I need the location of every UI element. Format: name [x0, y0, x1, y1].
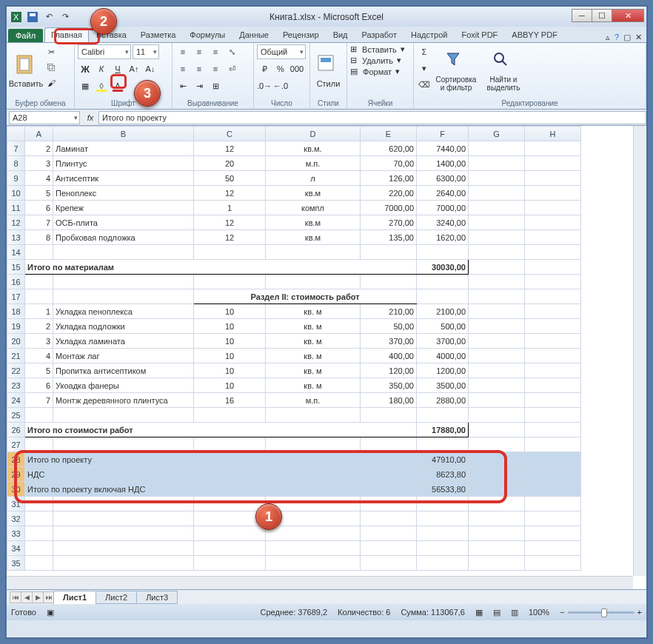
row-header[interactable]: 35	[7, 556, 25, 571]
formula-input[interactable]: Итого по проекту	[98, 111, 646, 124]
tab-вид[interactable]: Вид	[326, 27, 355, 42]
row-header[interactable]: 21	[7, 349, 25, 363]
row-header[interactable]: 34	[7, 541, 25, 556]
sort-filter-button[interactable]: Сортировка и фильтр	[433, 44, 479, 98]
row-header[interactable]: 26	[7, 423, 25, 437]
row-header[interactable]: 16	[7, 275, 25, 289]
table-row[interactable]: 138Пробковая подложка12кв.м135,001620,00	[7, 230, 581, 245]
align-top-icon[interactable]: ≡	[175, 44, 190, 59]
row-header[interactable]: 11	[7, 201, 25, 215]
col-header-C[interactable]: C	[194, 127, 266, 141]
close-button[interactable]: ✕	[612, 9, 644, 22]
sheet-nav[interactable]: ⏮◀▶⏭	[10, 591, 54, 603]
find-select-button[interactable]: Найти и выделить	[480, 44, 526, 98]
view-layout-icon[interactable]: ▤	[493, 608, 500, 617]
maximize-button[interactable]: ☐	[592, 9, 612, 22]
font-color-icon[interactable]: A	[110, 78, 125, 93]
table-row[interactable]: 33	[7, 526, 581, 541]
table-row[interactable]: 35	[7, 556, 581, 571]
border-icon[interactable]: ▦	[78, 78, 93, 93]
table-row[interactable]: 17Раздел II: стоимость работ	[7, 289, 581, 304]
table-row[interactable]: 105Пеноплекс12кв.м220,002640,00	[7, 186, 581, 201]
fx-icon[interactable]: fx	[82, 113, 98, 122]
decrease-indent-icon[interactable]: ⇤	[175, 78, 190, 93]
fill-color-icon[interactable]: ◊	[94, 78, 109, 93]
table-row[interactable]: 14	[7, 245, 581, 260]
table-row[interactable]: 181Укладка пеноплекса10кв. м210,002100,0…	[7, 304, 581, 319]
view-pagebreak-icon[interactable]: ▥	[511, 608, 518, 617]
select-all[interactable]	[7, 127, 25, 141]
align-center-icon[interactable]: ≡	[192, 61, 207, 76]
decrease-decimal-icon[interactable]: ←.0	[273, 78, 288, 93]
row-header[interactable]: 7	[7, 141, 25, 156]
table-row[interactable]: 247Монтж деревянного плинтуса16м.п.180,0…	[7, 393, 581, 408]
row-header[interactable]: 23	[7, 378, 25, 393]
col-header-D[interactable]: D	[266, 127, 361, 141]
tab-разработ[interactable]: Разработ	[355, 27, 403, 42]
table-row[interactable]: 30Итого по проекту включая НДС56533,80	[7, 482, 581, 497]
italic-button[interactable]: К	[94, 61, 109, 76]
font-size-combo[interactable]: 11	[133, 44, 159, 59]
grow-font-icon[interactable]: A↑	[127, 61, 141, 76]
macro-record-icon[interactable]: ▣	[47, 608, 54, 617]
tab-разметка[interactable]: Разметка	[134, 27, 183, 42]
table-row[interactable]: 203Укладка ламината10кв. м370,003700,00	[7, 334, 581, 349]
window-restore-icon[interactable]: ▢	[623, 33, 631, 42]
sheet-tab-Лист2[interactable]: Лист2	[96, 591, 137, 604]
vertical-scrollbar[interactable]	[633, 126, 646, 576]
row-header[interactable]: 24	[7, 393, 25, 408]
table-row[interactable]: 127ОСБ-плита12кв.м270,003240,00	[7, 215, 581, 230]
cells-format-button[interactable]: ▤ Формат ▾	[350, 67, 410, 76]
tab-надстрой[interactable]: Надстрой	[404, 27, 454, 42]
row-header[interactable]: 17	[7, 289, 25, 304]
currency-icon[interactable]: ₽	[257, 61, 272, 76]
align-middle-icon[interactable]: ≡	[192, 44, 207, 59]
percent-icon[interactable]: %	[273, 61, 288, 76]
row-header[interactable]: 14	[7, 245, 25, 260]
table-row[interactable]: 29НДС8623,80	[7, 467, 581, 482]
row-header[interactable]: 20	[7, 334, 25, 349]
minimize-button[interactable]: ─	[572, 9, 592, 22]
cut-icon[interactable]: ✂	[44, 44, 58, 59]
sheet-tab-Лист3[interactable]: Лист3	[136, 591, 178, 604]
row-header[interactable]: 19	[7, 319, 25, 334]
row-header[interactable]: 9	[7, 171, 25, 186]
col-header-F[interactable]: F	[417, 127, 469, 141]
table-row[interactable]: 28Итого по проекту47910,00	[7, 452, 581, 467]
table-row[interactable]: 116Крепеж1компл7000,007000,00	[7, 201, 581, 215]
number-format-combo[interactable]: Общий	[257, 44, 306, 59]
clear-icon[interactable]: ⌫	[417, 77, 432, 92]
grid[interactable]: ABCDEFGH 72Ламинат12кв.м.620,007440,0083…	[7, 126, 581, 571]
table-row[interactable]: 94Антисептик50л126,006300,00	[7, 171, 581, 186]
row-header[interactable]: 22	[7, 363, 25, 378]
redo-icon[interactable]: ↷	[58, 10, 72, 24]
row-header[interactable]: 32	[7, 511, 25, 526]
tab-foxit pdf[interactable]: Foxit PDF	[455, 27, 504, 42]
undo-icon[interactable]: ↶	[42, 10, 56, 24]
row-header[interactable]: 18	[7, 304, 25, 319]
name-box[interactable]: A28	[9, 111, 80, 124]
row-header[interactable]: 30	[7, 482, 25, 497]
cells-delete-button[interactable]: ⊟ Удалить ▾	[350, 56, 410, 65]
horizontal-scrollbar[interactable]	[7, 576, 633, 589]
table-row[interactable]: 34	[7, 541, 581, 556]
table-row[interactable]: 25	[7, 408, 581, 423]
align-left-icon[interactable]: ≡	[175, 61, 190, 76]
table-row[interactable]: 192Укладка подложки10кв. м50,00500,00	[7, 319, 581, 334]
row-header[interactable]: 29	[7, 467, 25, 482]
paste-button[interactable]: Вставить	[10, 44, 42, 98]
fill-icon[interactable]: ▾	[417, 61, 432, 76]
row-header[interactable]: 8	[7, 156, 25, 171]
table-row[interactable]: 83Плинтус20м.п.70,001400,00	[7, 156, 581, 171]
copy-icon[interactable]: ⿻	[44, 60, 58, 75]
table-row[interactable]: 72Ламинат12кв.м.620,007440,00	[7, 141, 581, 156]
table-row[interactable]: 26Итого по стоимости работ17880,00	[7, 423, 581, 437]
underline-button[interactable]: Ч	[110, 61, 125, 76]
format-painter-icon[interactable]: 🖌	[44, 76, 58, 90]
font-name-combo[interactable]: Calibri	[78, 44, 131, 59]
file-tab[interactable]: Файл	[8, 29, 43, 42]
row-header[interactable]: 28	[7, 452, 25, 467]
shrink-font-icon[interactable]: A↓	[143, 61, 158, 76]
merge-icon[interactable]: ⊞	[208, 78, 223, 93]
table-row[interactable]: 31	[7, 497, 581, 511]
